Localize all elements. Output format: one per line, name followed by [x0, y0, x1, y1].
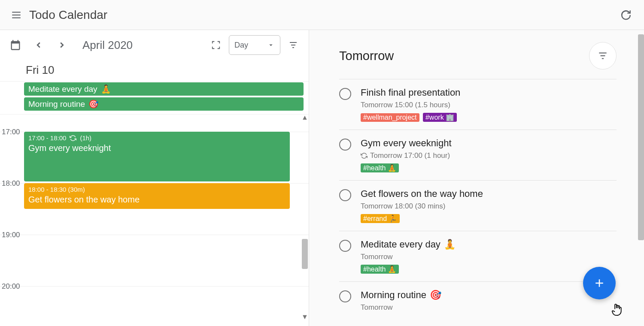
prev-icon[interactable]: [28, 35, 49, 55]
todo-title: Morning routine: [361, 290, 426, 301]
calendar-event[interactable]: 18:00 - 18:30 (30m) Get flowers on the w…: [24, 183, 290, 209]
todo-title: Get flowers on the way home: [361, 188, 483, 199]
event-duration: (1h): [80, 134, 91, 142]
allday-event-title: Meditate every day: [28, 85, 97, 94]
tag[interactable]: #work🏢: [423, 113, 457, 122]
fullscreen-icon[interactable]: [206, 35, 226, 55]
recurring-icon: [70, 135, 76, 142]
todo-item[interactable]: Gym every weeknight Tomorrow 17:00 (1 ho…: [339, 130, 617, 180]
todo-checkbox[interactable]: [339, 139, 351, 151]
emoji-icon: 🧘: [101, 84, 111, 94]
todo-list-panel: Tomorrow Finish final presentation Tomor…: [309, 30, 644, 326]
hour-label: 18:00: [2, 179, 20, 188]
filter-icon: [597, 50, 608, 61]
todo-meta-text: Tomorrow 17:00 (1 hour): [370, 151, 450, 160]
todo-item[interactable]: Morning routine 🎯 Tomorrow: [339, 282, 617, 320]
todo-checkbox[interactable]: [339, 290, 351, 302]
calendar-filter-icon[interactable]: [283, 35, 304, 55]
todo-item[interactable]: Finish final presentation Tomorrow 15:00…: [339, 79, 617, 130]
emoji-icon: 🎯: [88, 99, 99, 109]
emoji-icon: 🧘: [444, 239, 456, 250]
next-icon[interactable]: [52, 35, 72, 55]
scroll-up-icon[interactable]: ▲: [302, 115, 308, 121]
tag[interactable]: #wellman_project: [361, 113, 419, 122]
calendar-today-icon[interactable]: [5, 35, 26, 55]
list-title: Tomorrow: [339, 49, 394, 63]
hour-label: 17:00: [2, 128, 20, 136]
allday-event[interactable]: Morning routine 🎯: [24, 97, 304, 111]
scroll-down-icon[interactable]: ▼: [302, 314, 308, 320]
calendar-panel: April 2020 Day Fri 10 Meditate every day…: [0, 30, 309, 326]
scrollbar-track[interactable]: [638, 30, 644, 326]
recurring-icon: [361, 152, 368, 159]
month-title: April 2020: [82, 39, 133, 52]
todo-meta: Tomorrow 18:00 (30 mins): [361, 202, 617, 211]
todo-checkbox[interactable]: [339, 189, 351, 201]
view-select-label: Day: [234, 41, 248, 50]
allday-event[interactable]: Meditate every day 🧘: [24, 82, 304, 96]
event-time: 17:00 - 18:00: [28, 134, 66, 142]
plus-icon: [593, 277, 606, 290]
app-title: Todo Calendar: [29, 8, 107, 22]
todo-title: Meditate every day: [361, 239, 440, 250]
scrollbar-thumb[interactable]: [638, 34, 644, 240]
event-title: Gym every weeknight: [28, 143, 286, 153]
app-bar: Todo Calendar: [0, 0, 644, 30]
todo-meta: Tomorrow 15:00 (1.5 hours): [361, 101, 617, 109]
calendar-event[interactable]: 17:00 - 18:00 (1h) Gym every weeknight: [24, 132, 290, 181]
tag[interactable]: #errand🏃: [361, 214, 400, 223]
view-select[interactable]: Day: [229, 35, 280, 55]
hour-label: 20:00: [2, 282, 20, 291]
emoji-icon: 🎯: [430, 290, 441, 301]
hour-label: 19:00: [2, 231, 20, 239]
calendar-body[interactable]: 17:00 18:00 19:00 20:00 17:00 - 18:00 (1…: [0, 114, 309, 320]
add-button[interactable]: [583, 267, 616, 299]
chevron-down-icon: [267, 41, 275, 49]
day-header: Fri 10: [0, 60, 309, 82]
todo-item[interactable]: Meditate every day 🧘 Tomorrow #health🧘: [339, 231, 617, 281]
todo-item[interactable]: Get flowers on the way home Tomorrow 18:…: [339, 181, 617, 231]
event-title: Get flowers on the way home: [28, 195, 286, 205]
tag[interactable]: #health🧘: [361, 163, 399, 172]
menu-icon[interactable]: [6, 5, 27, 25]
todo-title: Finish final presentation: [361, 87, 460, 98]
todo-checkbox[interactable]: [339, 88, 351, 100]
todo-meta: Tomorrow: [361, 303, 617, 312]
tag[interactable]: #health🧘: [361, 265, 399, 274]
todo-meta: Tomorrow: [361, 253, 617, 261]
calendar-toolbar: April 2020 Day: [0, 30, 309, 60]
refresh-icon[interactable]: [616, 5, 636, 25]
scrollbar-thumb[interactable]: [302, 239, 308, 269]
list-filter-button[interactable]: [589, 42, 617, 69]
allday-events: Meditate every day 🧘 Morning routine 🎯: [0, 82, 309, 114]
event-time: 18:00 - 18:30 (30m): [28, 186, 85, 193]
todo-title: Gym every weeknight: [361, 138, 452, 149]
todo-checkbox[interactable]: [339, 240, 351, 252]
allday-event-title: Morning routine: [28, 100, 85, 109]
